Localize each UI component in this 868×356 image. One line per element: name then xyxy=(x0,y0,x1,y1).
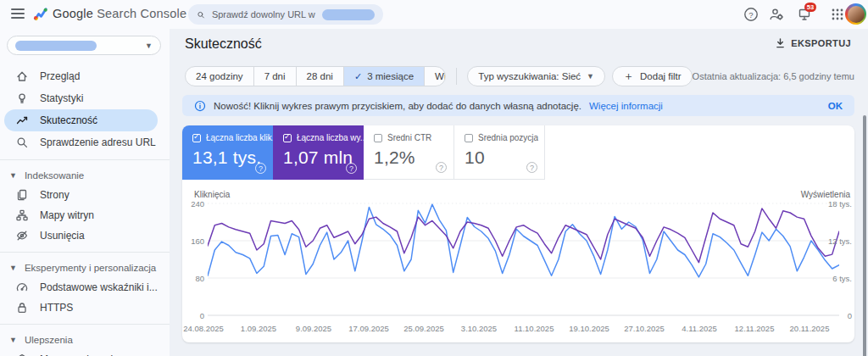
banner-ok-button[interactable]: OK xyxy=(828,101,843,111)
chevron-down-icon: ▼ xyxy=(145,42,153,50)
google-apps-grid-icon[interactable] xyxy=(829,6,846,23)
x-axis-tick: 3.10.2025 xyxy=(449,324,509,333)
main-content: Skuteczność EKSPORTUJ 24 godziny7 dni28 … xyxy=(170,29,868,356)
date-range-chip[interactable]: ✓3 miesiące xyxy=(343,67,424,86)
sidebar: ▼ PrzeglądStatystykiSkutecznośćSprawdzen… xyxy=(0,29,170,356)
metric-label: Łączna liczba klik... xyxy=(206,133,273,142)
checkbox-unchecked-icon[interactable] xyxy=(374,134,382,142)
sidebar-item-lightbulb[interactable]: Statystyki xyxy=(0,87,158,109)
metric-label: Średni CTR xyxy=(387,133,431,142)
help-icon[interactable]: ? xyxy=(526,162,537,173)
date-range-label: 28 dni xyxy=(307,67,333,86)
metric-tile[interactable]: Łączna liczba klik...13,1 tys.? xyxy=(182,125,273,180)
search-console-logo-icon xyxy=(32,6,48,22)
sidebar-item-sitemap[interactable]: Mapy witryn xyxy=(0,205,158,225)
right-axis-caption: Wyświetlenia xyxy=(776,190,850,199)
sidebar-divider xyxy=(0,324,170,325)
sidebar-navigation: PrzeglądStatystykiSkutecznośćSprawdzenie… xyxy=(0,65,170,356)
announcements-icon[interactable]: 53 xyxy=(797,6,814,23)
x-axis-tick: 27.10.2025 xyxy=(615,324,674,333)
sidebar-item-home[interactable]: Przegląd xyxy=(0,65,158,87)
notification-badge: 53 xyxy=(804,3,816,12)
help-icon[interactable]: ? xyxy=(346,163,357,174)
page-title: Skuteczność xyxy=(185,36,262,52)
user-avatar[interactable] xyxy=(845,3,866,25)
date-range-chip[interactable]: 24 godziny xyxy=(186,67,253,86)
property-selector[interactable]: ▼ xyxy=(7,36,161,55)
sidebar-section-title: Ulepszenia xyxy=(25,335,73,345)
x-axis-tick: 4.11.2025 xyxy=(670,324,729,333)
chevron-down-icon: ▼ xyxy=(9,264,17,272)
sidebar-section-header[interactable]: ▼Indeksowanie xyxy=(0,166,170,185)
filter-divider xyxy=(456,68,457,85)
y-axis-tick-right: 18 tys. xyxy=(818,199,852,209)
y-axis-tick-left: 80 xyxy=(182,274,204,283)
sidebar-item-label: Mapy witryn xyxy=(40,209,94,221)
help-icon[interactable]: ? xyxy=(255,163,266,174)
x-axis-tick: 19.10.2025 xyxy=(559,324,619,333)
checkbox-checked-icon[interactable] xyxy=(192,134,201,142)
sidebar-item-lock[interactable]: HTTPS xyxy=(0,298,158,318)
export-button[interactable]: EKSPORTUJ xyxy=(775,37,851,48)
metric-header: Łączna liczba klik... xyxy=(192,133,273,142)
lock-icon xyxy=(15,301,29,314)
date-range-chip[interactable]: 28 dni xyxy=(296,67,343,86)
user-settings-icon[interactable] xyxy=(768,6,785,23)
search-type-filter[interactable]: Typ wyszukiwania: Sieć▼ xyxy=(467,66,605,86)
scrollbar-thumb[interactable] xyxy=(863,115,866,356)
scrollbar-track[interactable] xyxy=(861,29,868,356)
sidebar-item-label: Skuteczność xyxy=(40,114,97,126)
top-app-bar: Google Search Console Sprawdź dowolny UR… xyxy=(0,0,868,29)
redacted-property-name xyxy=(15,41,97,51)
url-inspection-search-input[interactable]: Sprawdź dowolny URL w xyxy=(188,4,383,25)
sidebar-section-header[interactable]: ▼Ulepszenia xyxy=(0,331,170,349)
avatar-photo xyxy=(848,6,865,23)
banner-text: Nowość! Kliknij wykres prawym przyciskie… xyxy=(214,101,581,111)
search-icon xyxy=(15,136,29,149)
sidebar-item-removals[interactable]: Usunięcia xyxy=(0,225,158,246)
x-axis-tick: 17.09.2025 xyxy=(339,324,398,333)
checkbox-checked-icon[interactable] xyxy=(283,134,292,142)
x-axis-tick: 20.11.2025 xyxy=(780,324,839,333)
removals-icon xyxy=(15,229,29,242)
x-axis-tick: 25.09.2025 xyxy=(394,324,453,333)
date-range-chip[interactable]: 7 dni xyxy=(253,67,296,86)
sidebar-item-performance[interactable]: Skuteczność xyxy=(4,109,158,131)
learn-more-link[interactable]: Więcej informacji xyxy=(589,101,663,111)
hamburger-menu-icon[interactable] xyxy=(11,8,25,19)
y-axis-tick-left: 240 xyxy=(182,199,204,209)
add-filter-button[interactable]: ＋Dodaj filtr xyxy=(612,66,693,86)
sidebar-item-vitals[interactable]: Podstawowe wskaźniki i... xyxy=(0,277,158,298)
sidebar-section-title: Eksperymenty i personalizacja xyxy=(25,263,156,273)
help-icon[interactable]: ? xyxy=(436,162,447,173)
check-icon: ✓ xyxy=(354,67,362,86)
help-icon[interactable]: ? xyxy=(743,6,760,23)
performance-line-chart[interactable] xyxy=(208,202,839,319)
pages-icon xyxy=(15,188,29,202)
sidebar-section-header[interactable]: ▼Eksperymenty i personalizacja xyxy=(0,259,170,277)
sidebar-item-search[interactable]: Sprawdzenie adresu URL xyxy=(0,131,158,153)
plus-icon: ＋ xyxy=(623,69,634,84)
date-range-chip[interactable]: Więcej▼ xyxy=(424,67,446,86)
sidebar-item-label: Strony xyxy=(40,189,70,201)
date-range-label: 7 dni xyxy=(264,67,286,86)
metric-label: Średnia pozycja xyxy=(478,133,538,142)
metric-header: Średnia pozycja xyxy=(465,133,544,142)
checkbox-unchecked-icon[interactable] xyxy=(465,134,473,142)
date-range-label: 24 godziny xyxy=(196,67,243,86)
vitals-icon xyxy=(15,281,29,294)
metric-tile[interactable]: Średnia pozycja10? xyxy=(454,125,545,180)
metric-tile[interactable]: Łączna liczba wy...1,07 mln? xyxy=(273,125,364,180)
date-range-segmented-control: 24 godziny7 dni28 dni✓3 miesiąceWięcej▼ xyxy=(185,66,446,86)
sidebar-item-pages[interactable]: Strony xyxy=(0,185,158,205)
redacted-property-url xyxy=(322,9,375,20)
sidebar-divider xyxy=(0,252,170,253)
breadcrumbs-icon xyxy=(15,353,29,356)
sidebar-section-title: Indeksowanie xyxy=(25,170,84,181)
sidebar-item-breadcrumbs[interactable]: Menu nawigacyjne xyxy=(0,349,158,356)
y-axis-tick-left: 0 xyxy=(182,311,204,320)
google-search-console-app: Google Search Console Sprawdź dowolny UR… xyxy=(0,0,868,356)
y-axis-tick-right: 0 xyxy=(818,311,852,320)
date-range-label: Więcej xyxy=(435,67,446,86)
metric-tile[interactable]: Średni CTR1,2%? xyxy=(364,125,454,180)
